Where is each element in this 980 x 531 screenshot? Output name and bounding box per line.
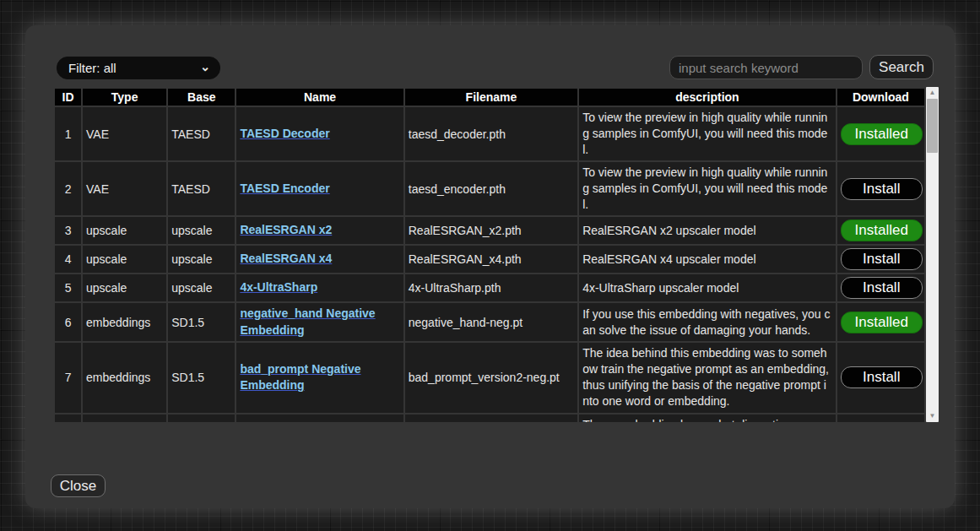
cell-base: SD1.5	[168, 303, 235, 341]
cell-download: Install	[837, 246, 924, 273]
table-row: 2VAETAESDTAESD Encodertaesd_encoder.pthT…	[55, 162, 924, 215]
cell-type: VAE	[83, 107, 166, 160]
installed-button[interactable]: Installed	[841, 312, 923, 333]
search-button[interactable]: Search	[869, 55, 934, 79]
cell-base: upscale	[168, 274, 235, 301]
cell-filename: negative_hand-neg.pt	[405, 303, 577, 341]
table-row: 5upscaleupscale4x-UltraSharp4x-UltraShar…	[55, 274, 924, 301]
model-table: ID Type Base Name Filename description D…	[53, 87, 926, 422]
scrollbar-down-icon[interactable]: ▼	[926, 411, 939, 421]
cell-download: Install	[837, 343, 924, 412]
cell-name: RealESRGAN x2	[236, 217, 403, 244]
cell-name: RealESRGAN x4	[236, 246, 403, 273]
cell-name: 4x-UltraSharp	[236, 274, 403, 301]
cell-id: 1	[55, 107, 81, 160]
cell-name	[236, 415, 403, 423]
cell-filename: RealESRGAN_x2.pth	[405, 217, 577, 244]
table-row: 3upscaleupscaleRealESRGAN x2RealESRGAN_x…	[55, 217, 924, 244]
cell-description: 4x-UltraSharp upscaler model	[579, 274, 836, 301]
cell-type	[83, 415, 166, 423]
install-button[interactable]: Install	[841, 178, 923, 200]
model-name-link[interactable]: 4x-UltraSharp	[240, 280, 317, 294]
cell-base: TAESD	[168, 162, 235, 215]
search-input[interactable]	[669, 56, 863, 79]
cell-id: 3	[55, 217, 81, 244]
cell-name: TAESD Decoder	[236, 107, 403, 160]
table-row: 1VAETAESDTAESD Decodertaesd_decoder.pthT…	[55, 107, 924, 160]
cell-filename: bad_prompt_version2-neg.pt	[405, 343, 577, 412]
model-name-link[interactable]: negative_hand Negative Embedding	[240, 306, 375, 337]
cell-filename	[405, 415, 577, 423]
cell-description: RealESRGAN x4 upscaler model	[579, 246, 836, 273]
cell-description: If you use this embedding with negatives…	[579, 303, 836, 341]
table-row: These embedding learn what disgusting co…	[55, 415, 924, 423]
scrollbar-up-icon[interactable]: ▲	[926, 88, 939, 98]
cell-base	[168, 415, 235, 423]
cell-description: To view the preview in high quality whil…	[579, 107, 836, 160]
cell-id: 6	[55, 303, 81, 341]
cell-id	[55, 415, 81, 423]
cell-type: upscale	[83, 246, 166, 273]
cell-base: TAESD	[168, 107, 235, 160]
cell-name: negative_hand Negative Embedding	[236, 303, 403, 341]
model-name-link[interactable]: bad_prompt Negative Embedding	[240, 362, 360, 393]
col-header-base: Base	[168, 89, 235, 106]
cell-description: These embedding learn what disgusting co…	[579, 415, 836, 423]
install-button[interactable]: Install	[841, 277, 923, 299]
model-name-link[interactable]: RealESRGAN x4	[240, 252, 332, 265]
model-name-link[interactable]: TAESD Encoder	[240, 182, 329, 195]
cell-description: To view the preview in high quality whil…	[579, 162, 836, 215]
cell-base: SD1.5	[168, 343, 235, 412]
cell-name: TAESD Encoder	[236, 162, 403, 215]
cell-filename: taesd_decoder.pth	[405, 107, 577, 160]
cell-type: upscale	[83, 274, 166, 301]
filter-select[interactable]: Filter: all	[57, 57, 220, 79]
cell-type: VAE	[83, 162, 166, 215]
model-name-link[interactable]: RealESRGAN x2	[240, 223, 332, 236]
table-row: 7embeddingsSD1.5bad_prompt Negative Embe…	[55, 343, 924, 412]
cell-base: upscale	[168, 246, 235, 273]
col-header-id: ID	[55, 89, 81, 106]
table-header-row: ID Type Base Name Filename description D…	[55, 89, 924, 106]
installed-button[interactable]: Installed	[841, 123, 923, 145]
cell-filename: RealESRGAN_x4.pth	[405, 246, 577, 273]
close-button[interactable]: Close	[51, 474, 106, 497]
table-scrollbar[interactable]: ▲ ▼	[926, 87, 939, 422]
cell-description: The idea behind this embedding was to so…	[579, 343, 836, 412]
cell-type: embeddings	[83, 303, 166, 341]
cell-id: 2	[55, 162, 81, 215]
cell-id: 4	[55, 246, 81, 273]
cell-filename: taesd_encoder.pth	[405, 162, 577, 215]
cell-type: upscale	[83, 217, 166, 244]
model-table-body: 1VAETAESDTAESD Decodertaesd_decoder.pthT…	[55, 107, 924, 422]
col-header-description: description	[579, 89, 836, 106]
table-row: 6embeddingsSD1.5negative_hand Negative E…	[55, 303, 924, 341]
cell-download: Installed	[837, 217, 924, 244]
col-header-filename: Filename	[405, 89, 577, 106]
cell-download: Install	[837, 274, 924, 301]
cell-download	[837, 415, 924, 423]
cell-id: 5	[55, 274, 81, 301]
col-header-type: Type	[83, 89, 166, 106]
model-name-link[interactable]: TAESD Decoder	[240, 127, 329, 140]
cell-id: 7	[55, 343, 81, 412]
scrollbar-thumb[interactable]	[927, 99, 938, 153]
cell-type: embeddings	[83, 343, 166, 412]
install-button[interactable]: Install	[841, 366, 923, 388]
col-header-download: Download	[837, 89, 924, 106]
model-manager-dialog: Filter: all ⌄ Search ID Type Base Name F…	[25, 25, 955, 508]
cell-description: RealESRGAN x2 upscaler model	[579, 217, 836, 244]
installed-button[interactable]: Installed	[841, 219, 923, 241]
model-table-container: ID Type Base Name Filename description D…	[53, 87, 926, 422]
cell-base: upscale	[168, 217, 235, 244]
cell-name: bad_prompt Negative Embedding	[236, 343, 403, 412]
cell-download: Install	[837, 162, 924, 215]
filter-select-wrap: Filter: all ⌄	[57, 57, 220, 79]
table-row: 4upscaleupscaleRealESRGAN x4RealESRGAN_x…	[55, 246, 924, 273]
cell-download: Installed	[837, 303, 924, 341]
install-button[interactable]: Install	[841, 248, 923, 270]
cell-filename: 4x-UltraSharp.pth	[405, 274, 577, 301]
col-header-name: Name	[236, 89, 403, 106]
cell-download: Installed	[837, 107, 924, 160]
